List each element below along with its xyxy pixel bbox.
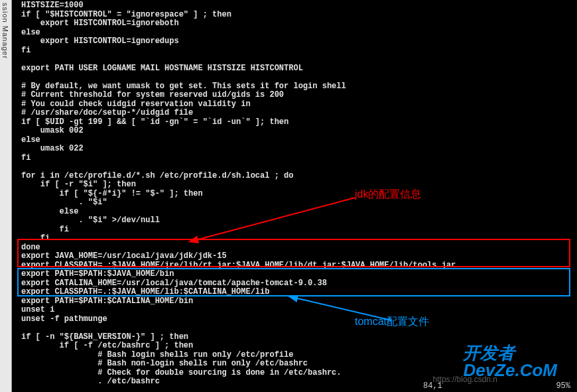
cursor-position: 84,1 [423,381,442,391]
scroll-percent: 95% [556,381,570,391]
editor-status-bar: 84,1 95% [12,382,577,392]
session-manager-tab[interactable]: ssion Manager [0,0,12,392]
jdk-annotation-label: jdk的配置信息 [355,188,421,202]
terminal-viewport[interactable]: HISTSIZE=1000 if [ "$HISTCONTROL" = "ign… [12,0,577,392]
watermark-brand: 开发者 DevZe.CoM [463,344,557,379]
session-manager-label: ssion Manager [0,0,9,59]
tomcat-annotation-label: tomcat配置文件 [355,315,429,329]
